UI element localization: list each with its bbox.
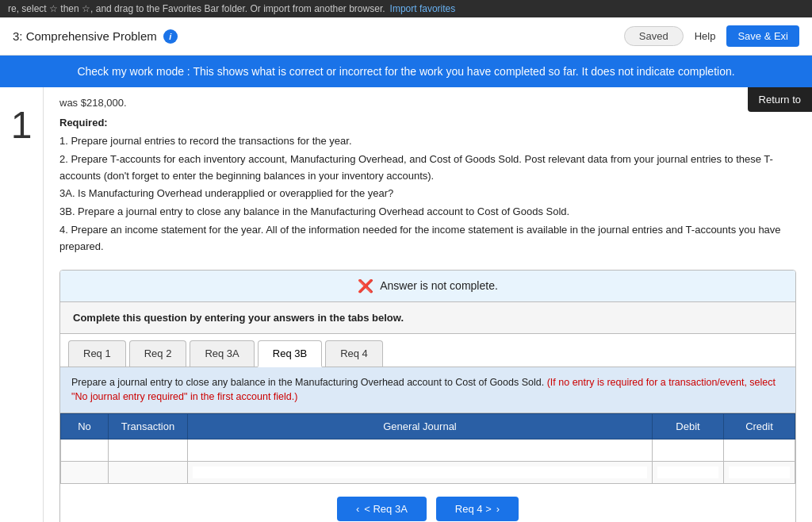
tab-req3a[interactable]: Req 3A	[190, 340, 254, 367]
instructions: Prepare a journal entry to close any bal…	[60, 367, 795, 414]
return-button[interactable]: Return to	[748, 87, 812, 112]
prev-button[interactable]: ‹ < Req 3A	[337, 497, 427, 521]
journal-input[interactable]	[193, 466, 647, 478]
step-3b: 3B. Prepare a journal entry to close any…	[59, 204, 796, 221]
intro-text: was $218,000.	[59, 97, 796, 109]
cell-debit[interactable]	[653, 439, 724, 462]
table-row	[61, 439, 795, 462]
credit-input[interactable]	[729, 466, 790, 478]
cell-general-journal[interactable]	[188, 462, 653, 484]
required-heading: Required:	[59, 117, 796, 129]
content-area: Return to was $218,000. Required: 1. Pre…	[44, 87, 812, 522]
answer-status: ❌ Answer is not complete.	[60, 271, 795, 302]
tab-req2[interactable]: Req 2	[129, 340, 187, 367]
journal-input[interactable]	[193, 444, 647, 456]
step-3a: 3A. Is Manufacturing Overhead underappli…	[59, 186, 796, 202]
col-no: No	[61, 414, 109, 439]
tab-req4[interactable]: Req 4	[325, 340, 383, 367]
col-transaction: Transaction	[109, 414, 188, 439]
main-layout: 1 Return to was $218,000. Required: 1. P…	[0, 87, 812, 522]
tab-req3b[interactable]: Req 3B	[258, 340, 322, 367]
saved-badge: Saved	[624, 26, 684, 46]
step-1: 1. Prepare journal entries to record the…	[59, 133, 796, 150]
debit-input[interactable]	[657, 444, 718, 456]
cell-credit[interactable]	[724, 439, 795, 462]
chevron-left-icon: ‹	[356, 503, 359, 515]
credit-input[interactable]	[729, 444, 790, 456]
info-banner: Check my work mode : This shows what is …	[0, 56, 812, 87]
cell-debit[interactable]	[653, 462, 724, 484]
header-left: 3: Comprehensive Problem i	[13, 29, 178, 44]
journal-table: No Transaction General Journal Debit Cre…	[60, 413, 795, 484]
header-right: Saved Help Save & Exi	[624, 25, 799, 47]
cell-no	[61, 439, 109, 462]
error-icon: ❌	[358, 278, 373, 294]
page-title: 3: Comprehensive Problem	[13, 29, 157, 43]
nav-buttons: ‹ < Req 3A Req 4 > ›	[60, 484, 795, 522]
step-4: 4. Prepare an income statement for the y…	[59, 222, 796, 255]
help-button[interactable]: Help	[695, 30, 716, 42]
col-general-journal: General Journal	[188, 414, 653, 439]
next-label: Req 4 >	[455, 503, 492, 515]
required-section: Required: 1. Prepare journal entries to …	[59, 117, 796, 255]
browser-bar-text: re, select ☆ then ☆, and drag to the Fav…	[8, 3, 385, 14]
table-row	[61, 462, 795, 484]
question-number: 1	[0, 87, 44, 522]
cell-transaction	[109, 462, 188, 484]
status-text: Answer is not complete.	[380, 279, 498, 292]
app-header: 3: Comprehensive Problem i Saved Help Sa…	[0, 17, 812, 56]
prev-label: < Req 3A	[364, 503, 408, 515]
complete-message: Complete this question by entering your …	[60, 302, 795, 334]
cell-no	[61, 462, 109, 484]
cell-credit[interactable]	[724, 462, 795, 484]
cell-transaction	[109, 439, 188, 462]
import-favorites-link[interactable]: Import favorites	[390, 3, 456, 14]
banner-text: Check my work mode : This shows what is …	[77, 65, 734, 78]
cell-general-journal[interactable]	[188, 439, 653, 462]
next-button[interactable]: Req 4 > ›	[436, 497, 519, 521]
col-credit: Credit	[724, 414, 795, 439]
chevron-right-icon: ›	[496, 503, 500, 515]
content-scroll: was $218,000. Required: 1. Prepare journ…	[44, 87, 812, 522]
col-debit: Debit	[653, 414, 724, 439]
info-icon[interactable]: i	[163, 29, 178, 44]
instructions-main: Prepare a journal entry to close any bal…	[71, 377, 547, 388]
tabs-row: Req 1 Req 2 Req 3A Req 3B Req 4	[60, 334, 795, 367]
tab-req1[interactable]: Req 1	[68, 340, 126, 367]
browser-bar: re, select ☆ then ☆, and drag to the Fav…	[0, 0, 812, 17]
debit-input[interactable]	[657, 466, 718, 478]
answer-box: ❌ Answer is not complete. Complete this …	[59, 270, 796, 522]
step-2: 2. Prepare T-accounts for each inventory…	[59, 152, 796, 185]
save-exit-button[interactable]: Save & Exi	[726, 25, 799, 47]
